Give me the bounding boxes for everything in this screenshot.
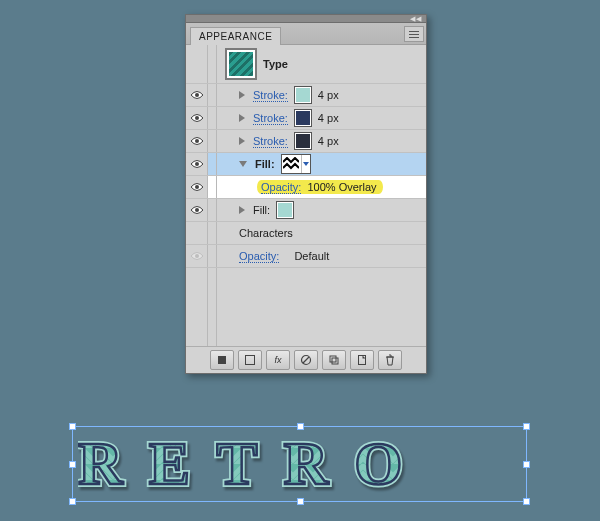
svg-rect-10 [332,358,338,364]
artboard-selection[interactable]: RETRO RETRO [72,426,527,502]
selection-bounding-box [72,426,527,502]
visibility-icon[interactable] [186,130,208,152]
visibility-icon[interactable] [186,245,208,267]
panel-tab-bar: APPEARANCE [186,23,426,45]
handle-top-middle[interactable] [297,423,304,430]
stroke-row-3[interactable]: Stroke: 4 px [186,130,426,153]
disclosure-down-icon[interactable] [239,161,247,167]
characters-label: Characters [239,227,293,239]
swatch-stroke-3[interactable] [294,132,312,150]
visibility-icon[interactable] [186,176,208,198]
stroke-weight-2: 4 px [318,112,339,124]
selection-row: Type [186,45,426,84]
swatch-fill-2[interactable] [276,201,294,219]
swatch-stroke-2[interactable] [294,109,312,127]
panel-footer [186,346,426,373]
selection-kind-label: Type [263,58,288,70]
opacity-value: 100% Overlay [307,181,376,193]
panel-drag-bar[interactable]: ◀◀ [186,15,426,23]
clear-appearance-button[interactable] [294,350,318,370]
visibility-icon[interactable] [186,84,208,106]
svg-point-3 [195,162,199,166]
handle-bottom-right[interactable] [523,498,530,505]
disclosure-icon[interactable] [239,137,245,145]
opacity-highlight: Opacity: 100% Overlay [257,180,383,194]
svg-point-2 [195,139,199,143]
empty-area-row [186,268,426,346]
stroke-label[interactable]: Stroke: [253,135,288,148]
add-effect-button[interactable] [266,350,290,370]
stroke-row-1[interactable]: Stroke: 4 px [186,84,426,107]
visibility-icon[interactable] [186,107,208,129]
fill-row-2[interactable]: Fill: [186,199,426,222]
handle-top-left[interactable] [69,423,76,430]
svg-point-5 [195,208,199,212]
svg-point-4 [195,185,199,189]
disclosure-icon[interactable] [239,206,245,214]
add-new-stroke-button[interactable] [238,350,262,370]
stroke-weight-1: 4 px [318,89,339,101]
stroke-label[interactable]: Stroke: [253,89,288,102]
svg-point-0 [195,93,199,97]
fill-row-1[interactable]: Fill: [186,153,426,176]
svg-rect-11 [359,356,366,365]
visibility-icon[interactable] [186,199,208,221]
disclosure-icon[interactable] [239,91,245,99]
handle-bottom-middle[interactable] [297,498,304,505]
opacity-value-bottom: Default [294,250,329,262]
svg-line-8 [303,357,309,363]
appearance-panel: ◀◀ APPEARANCE Type Stroke: [185,14,427,374]
opacity-label-bottom[interactable]: Opacity: [239,250,279,263]
swatch-stroke-1[interactable] [294,86,312,104]
delete-button[interactable] [378,350,402,370]
stroke-weight-3: 4 px [318,135,339,147]
svg-rect-9 [330,356,336,362]
tab-appearance[interactable]: APPEARANCE [190,27,281,45]
stroke-row-2[interactable]: Stroke: 4 px [186,107,426,130]
collapse-icon[interactable]: ◀◀ [410,16,422,22]
fill-label: Fill: [255,158,275,170]
panel-body: Type Stroke: 4 px Stroke: [186,45,426,346]
characters-row[interactable]: Characters [186,222,426,245]
panel-menu-button[interactable] [404,26,424,42]
handle-bottom-left[interactable] [69,498,76,505]
selection-thumbnail[interactable] [225,48,257,80]
disclosure-icon[interactable] [239,114,245,122]
handle-middle-left[interactable] [69,461,76,468]
svg-point-6 [195,254,199,258]
visibility-icon[interactable] [186,153,208,175]
duplicate-button[interactable] [322,350,346,370]
handle-middle-right[interactable] [523,461,530,468]
fill-swatch-dropdown[interactable] [281,154,311,174]
svg-point-1 [195,116,199,120]
fill-label-2: Fill: [253,204,270,216]
stroke-label[interactable]: Stroke: [253,112,288,125]
opacity-label[interactable]: Opacity: [261,181,301,194]
add-new-fill-button[interactable] [210,350,234,370]
handle-top-right[interactable] [523,423,530,430]
fill-opacity-row[interactable]: Opacity: 100% Overlay [186,176,426,199]
new-item-button[interactable] [350,350,374,370]
opacity-row[interactable]: Opacity: Default [186,245,426,268]
